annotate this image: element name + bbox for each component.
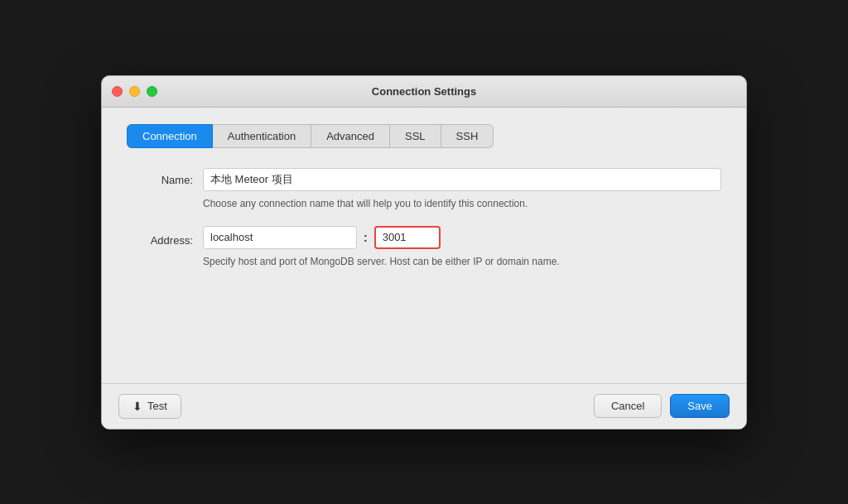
connection-settings-window: Connection Settings Connection Authentic… (101, 75, 747, 430)
maximize-button[interactable] (147, 86, 157, 97)
tab-ssl[interactable]: SSL (390, 124, 441, 148)
window-title: Connection Settings (372, 85, 476, 98)
name-row: Name: (127, 168, 721, 191)
titlebar: Connection Settings (102, 76, 746, 108)
tab-authentication[interactable]: Authentication (213, 124, 311, 148)
address-section: Address: : Specify host and port of Mong… (127, 226, 721, 269)
window-controls (112, 86, 157, 97)
cancel-button[interactable]: Cancel (594, 394, 662, 418)
save-button[interactable]: Save (670, 394, 730, 418)
test-button[interactable]: ⬇ Test (118, 394, 181, 419)
address-row: Address: : (127, 226, 721, 249)
name-input[interactable] (203, 168, 721, 191)
right-buttons: Cancel Save (594, 394, 730, 418)
name-section: Name: Choose any connection name that wi… (127, 168, 721, 211)
content-spacer (127, 284, 721, 367)
tab-connection[interactable]: Connection (127, 124, 213, 148)
address-fields: : (203, 226, 441, 249)
address-hint: Specify host and port of MongoDB server.… (203, 254, 683, 269)
main-content: Connection Authentication Advanced SSL S… (102, 108, 746, 383)
bottom-bar: ⬇ Test Cancel Save (102, 383, 746, 429)
address-label: Address: (127, 228, 193, 247)
tab-advanced[interactable]: Advanced (311, 124, 390, 148)
test-button-label: Test (147, 400, 167, 412)
host-input[interactable] (203, 226, 357, 249)
colon-separator: : (364, 231, 368, 244)
tab-bar: Connection Authentication Advanced SSL S… (127, 124, 721, 148)
tab-ssh[interactable]: SSH (441, 124, 494, 148)
test-icon: ⬇ (132, 400, 142, 413)
name-label: Name: (127, 168, 193, 186)
minimize-button[interactable] (129, 86, 140, 97)
name-hint: Choose any connection name that will hel… (203, 196, 683, 211)
port-input[interactable] (374, 226, 441, 249)
close-button[interactable] (112, 86, 123, 97)
